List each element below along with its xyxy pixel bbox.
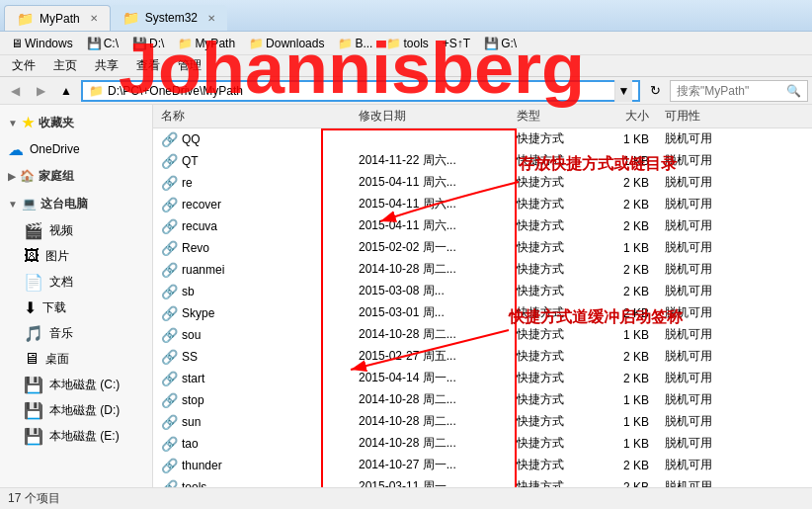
qa-mypath[interactable]: 📁 MyPath [173, 35, 240, 52]
file-type: 快捷方式 [509, 304, 598, 321]
menu-share[interactable]: 共享 [87, 55, 126, 76]
menu-home[interactable]: 主页 [45, 55, 85, 76]
sidebar-thispc-group[interactable]: ▼ 💻 这台电脑 [0, 190, 152, 217]
table-row[interactable]: 🔗stop2014-10-28 周二...快捷方式1 KB脱机可用 [153, 389, 812, 411]
table-row[interactable]: 🔗SS2015-02-27 周五...快捷方式2 KB脱机可用 [153, 346, 812, 368]
qa-windows[interactable]: 🖥 Windows [6, 35, 78, 52]
sidebar-homegroup-group[interactable]: ▶ 🏠 家庭组 [0, 162, 152, 190]
nav-up-button[interactable]: ▲ [55, 80, 77, 102]
tab-mypath[interactable]: 📁 MyPath ✕ [4, 5, 111, 31]
sidebar-d-label: 本地磁盘 (D:) [49, 402, 120, 419]
table-row[interactable]: 🔗re2015-04-11 周六...快捷方式2 KB脱机可用 [153, 172, 812, 194]
qa-windows-icon: 🖥 [11, 37, 23, 50]
col-header-name[interactable]: 名称 [153, 108, 351, 125]
file-name: re [182, 176, 193, 190]
file-size: 2 KB [598, 480, 657, 488]
file-name: recover [182, 198, 221, 212]
file-date: 2014-10-28 周二... [351, 391, 509, 408]
table-row[interactable]: 🔗Skype2015-03-01 周...快捷方式2 KB脱机可用 [153, 302, 812, 324]
table-row[interactable]: 🔗Revo2015-02-02 周一...快捷方式1 KB脱机可用 [153, 237, 812, 259]
qa-b[interactable]: 📁 B... [333, 35, 377, 52]
table-row[interactable]: 🔗QT2014-11-22 周六...快捷方式1 KB脱机可用 [153, 150, 812, 172]
table-row[interactable]: 🔗sou2014-10-28 周二...快捷方式1 KB脱机可用 [153, 324, 812, 346]
sidebar-item-d[interactable]: 💾 本地磁盘 (D:) [16, 397, 152, 423]
file-icon: 🔗 [161, 153, 178, 169]
file-list: 🔗QQ快捷方式1 KB脱机可用🔗QT2014-11-22 周六...快捷方式1 … [153, 128, 812, 487]
table-row[interactable]: 🔗sun2014-10-28 周二...快捷方式1 KB脱机可用 [153, 411, 812, 433]
qa-tools[interactable]: 📁 tools [381, 35, 433, 52]
file-icon: 🔗 [161, 175, 178, 191]
col-header-avail[interactable]: 可用性 [657, 108, 726, 125]
table-row[interactable]: 🔗sb2015-03-08 周...快捷方式2 KB脱机可用 [153, 281, 812, 302]
sidebar-item-music[interactable]: 🎵 音乐 [16, 320, 152, 346]
address-field[interactable] [108, 84, 614, 98]
sidebar-item-e[interactable]: 💾 本地磁盘 (E:) [16, 423, 152, 449]
qa-d-label: D:\ [149, 37, 164, 50]
video-icon: 🎬 [24, 221, 43, 240]
sidebar-item-pictures[interactable]: 🖼 图片 [16, 243, 152, 269]
file-column-headers: 名称 修改日期 类型 大小 可用性 [153, 105, 812, 128]
file-icon: 🔗 [161, 262, 178, 278]
table-row[interactable]: 🔗ruanmei2014-10-28 周二...快捷方式2 KB脱机可用 [153, 259, 812, 281]
file-date: 2015-04-14 周一... [351, 370, 509, 386]
qa-b-label: B... [355, 37, 372, 50]
file-name: tools [182, 480, 206, 488]
file-type: 快捷方式 [509, 348, 598, 365]
sidebar-item-c[interactable]: 💾 本地磁盘 (C:) [16, 372, 152, 397]
table-row[interactable]: 🔗tools2015-03-11 周一...快捷方式2 KB脱机可用 [153, 476, 812, 487]
sidebar-item-desktop[interactable]: 🖥 桌面 [16, 346, 152, 372]
file-size: 2 KB [598, 285, 657, 298]
qa-windows-label: Windows [25, 37, 73, 50]
file-date: 2014-10-28 周二... [351, 326, 509, 343]
col-header-type[interactable]: 类型 [509, 108, 598, 125]
onedrive-icon: ☁ [8, 140, 24, 159]
qa-mypath-qa-label: MyPath [195, 37, 235, 50]
tab-system32-close[interactable]: ✕ [207, 13, 215, 24]
qa-tools-label: tools [403, 37, 428, 50]
search-icon: 🔍 [786, 84, 801, 98]
sidebar-item-video[interactable]: 🎬 视频 [16, 217, 152, 243]
qa-d[interactable]: 💾 D:\ [127, 35, 169, 52]
file-type: 快捷方式 [509, 457, 598, 473]
col-header-size[interactable]: 大小 [598, 108, 657, 125]
sidebar-item-documents[interactable]: 📄 文档 [16, 269, 152, 295]
table-row[interactable]: 🔗recuva2015-04-11 周六...快捷方式2 KB脱机可用 [153, 215, 812, 237]
table-row[interactable]: 🔗recover2015-04-11 周六...快捷方式2 KB脱机可用 [153, 194, 812, 215]
file-icon: 🔗 [161, 458, 178, 473]
nav-back-button[interactable]: ◀ [4, 80, 26, 102]
table-row[interactable]: 🔗start2015-04-14 周一...快捷方式2 KB脱机可用 [153, 368, 812, 389]
quick-access-bar: 🖥 Windows 💾 C:\ 💾 D:\ 📁 MyPath 📁 Downloa… [0, 32, 812, 55]
sidebar-item-onedrive[interactable]: ☁ OneDrive [0, 136, 152, 162]
refresh-button[interactable]: ↻ [644, 80, 666, 102]
menu-manage[interactable]: 管理 [170, 55, 209, 76]
file-icon: 🔗 [161, 436, 178, 452]
sidebar-favorites-group[interactable]: ▼ ★ 收藏夹 [0, 109, 152, 136]
menu-view[interactable]: 查看 [128, 55, 168, 76]
tab-mypath-icon: 📁 [17, 11, 34, 27]
tab-system32[interactable]: 📁 System32 ✕ [111, 5, 227, 31]
nav-forward-button[interactable]: ▶ [30, 80, 51, 102]
thispc-chevron: ▼ [8, 199, 18, 210]
table-row[interactable]: 🔗tao2014-10-28 周二...快捷方式1 KB脱机可用 [153, 433, 812, 455]
title-bar: 📁 MyPath ✕ 📁 System32 ✕ [0, 0, 812, 32]
menu-file[interactable]: 文件 [4, 55, 43, 76]
qa-s-up-t[interactable]: +S↑T [438, 35, 475, 52]
file-size: 2 KB [598, 219, 657, 233]
address-dropdown-button[interactable]: ▼ [614, 80, 632, 102]
file-date: 2015-03-01 周... [351, 304, 509, 321]
col-header-date[interactable]: 修改日期 [351, 108, 509, 125]
table-row[interactable]: 🔗QQ快捷方式1 KB脱机可用 [153, 128, 812, 150]
qa-g[interactable]: 💾 G:\ [479, 35, 522, 52]
file-name: tao [182, 437, 199, 451]
tab-mypath-close[interactable]: ✕ [90, 13, 98, 24]
sidebar-item-downloads[interactable]: ⬇ 下载 [16, 295, 152, 320]
qa-downloads[interactable]: 📁 Downloads [244, 35, 329, 52]
qa-c[interactable]: 💾 C:\ [82, 35, 123, 52]
file-date: 2015-04-11 周六... [351, 217, 509, 234]
search-box[interactable]: 🔍 [670, 80, 808, 102]
table-row[interactable]: 🔗thunder2014-10-27 周一...快捷方式2 KB脱机可用 [153, 455, 812, 476]
address-input-container[interactable]: 📁 ▼ [81, 80, 640, 102]
file-avail: 脱机可用 [657, 174, 726, 191]
file-type: 快捷方式 [509, 478, 598, 487]
search-input[interactable] [677, 84, 786, 98]
